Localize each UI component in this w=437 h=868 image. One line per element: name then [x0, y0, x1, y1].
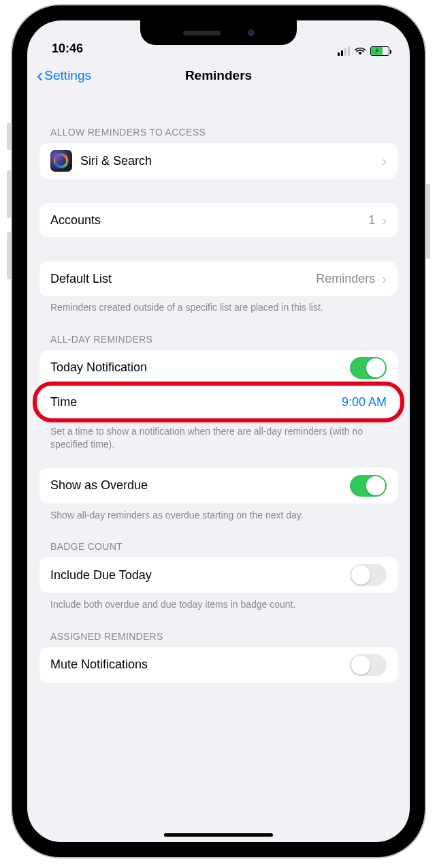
time-value: 9:00 AM	[342, 395, 387, 409]
chevron-right-icon: ›	[382, 153, 387, 169]
silence-switch	[7, 123, 12, 150]
today-notification-label: Today Notification	[50, 360, 350, 375]
include-due-footer: Include both overdue and due today items…	[39, 593, 398, 612]
volume-up-button	[7, 170, 12, 218]
section-header-badge: BADGE COUNT	[50, 541, 387, 552]
chevron-right-icon: ›	[382, 271, 387, 287]
toggle-include-due[interactable]	[350, 564, 387, 586]
row-time[interactable]: Time 9:00 AM	[39, 386, 398, 420]
mute-label: Mute Notifications	[50, 657, 350, 672]
speaker-grille	[183, 31, 221, 35]
section-header-allday: ALL-DAY REMINDERS	[50, 334, 387, 345]
time-label: Time	[50, 395, 342, 409]
page-title: Reminders	[185, 68, 252, 83]
group-badge: Include Due Today	[39, 557, 398, 593]
group-show-overdue: Show as Overdue	[39, 468, 398, 503]
phone-frame: 10:46 ⚡︎ ‹ Settings Reminders ALLOW REMI…	[12, 5, 425, 857]
default-list-value: Reminders	[316, 272, 375, 286]
volume-down-button	[7, 232, 12, 279]
row-show-overdue[interactable]: Show as Overdue	[39, 468, 398, 503]
group-allday: Today Notification Time 9:00 AM	[39, 350, 398, 420]
cellular-signal-icon	[338, 46, 350, 56]
row-default-list[interactable]: Default List Reminders ›	[39, 262, 398, 296]
home-indicator[interactable]	[164, 833, 273, 837]
group-default-list: Default List Reminders ›	[39, 262, 398, 296]
section-header-assigned: ASSIGNED REMINDERS	[50, 631, 387, 642]
row-accounts[interactable]: Accounts 1 ›	[39, 203, 398, 237]
toggle-mute-notifications[interactable]	[350, 654, 387, 676]
siri-label: Siri & Search	[80, 154, 379, 168]
accounts-label: Accounts	[50, 213, 368, 228]
nav-bar: ‹ Settings Reminders	[27, 59, 410, 93]
settings-content[interactable]: ALLOW REMINDERS TO ACCESS Siri & Search …	[27, 93, 410, 828]
screen: 10:46 ⚡︎ ‹ Settings Reminders ALLOW REMI…	[27, 20, 410, 842]
group-assigned: Mute Notifications	[39, 647, 398, 683]
power-button	[425, 184, 430, 259]
row-siri-search[interactable]: Siri & Search ›	[39, 143, 398, 179]
group-accounts: Accounts 1 ›	[39, 203, 398, 237]
back-label: Settings	[44, 68, 91, 83]
include-due-label: Include Due Today	[50, 568, 350, 583]
default-list-label: Default List	[50, 272, 316, 286]
row-include-due[interactable]: Include Due Today	[39, 557, 398, 593]
back-button[interactable]: ‹ Settings	[37, 66, 91, 85]
group-allow-access: Siri & Search ›	[39, 143, 398, 179]
toggle-today-notification[interactable]	[350, 357, 387, 379]
accounts-value: 1	[368, 213, 375, 228]
front-camera	[248, 29, 255, 36]
notch	[140, 20, 297, 45]
siri-icon	[50, 150, 72, 172]
wifi-icon	[354, 46, 366, 56]
show-overdue-label: Show as Overdue	[50, 478, 350, 493]
chevron-right-icon: ›	[382, 213, 387, 228]
row-mute-notifications[interactable]: Mute Notifications	[39, 647, 398, 683]
row-today-notification[interactable]: Today Notification	[39, 350, 398, 386]
battery-icon: ⚡︎	[370, 46, 389, 56]
allday-footer: Set a time to show a notification when t…	[39, 420, 398, 452]
show-overdue-footer: Show all-day reminders as overdue starti…	[39, 503, 398, 523]
chevron-left-icon: ‹	[37, 66, 43, 85]
charging-bolt-icon: ⚡︎	[374, 48, 379, 55]
status-time: 10:46	[52, 42, 83, 56]
toggle-show-overdue[interactable]	[350, 475, 387, 497]
default-list-footer: Reminders created outside of a specific …	[39, 296, 398, 315]
section-header-allow-access: ALLOW REMINDERS TO ACCESS	[50, 127, 387, 138]
